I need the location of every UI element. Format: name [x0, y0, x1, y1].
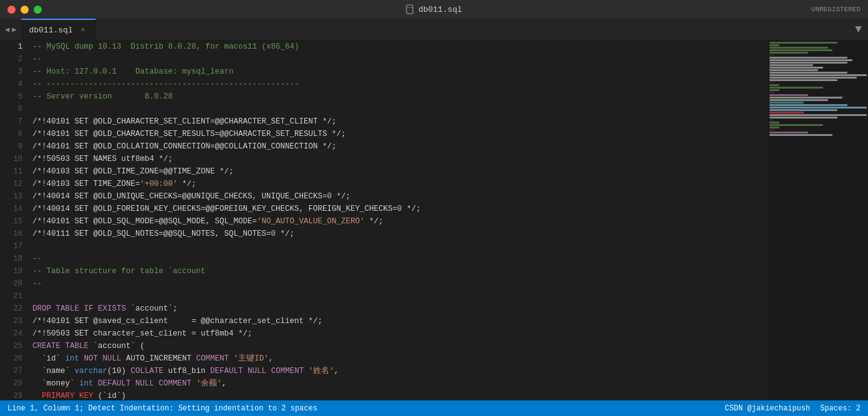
code-line-1: -- MySQL dump 10.13 Distrib 8.0.28, for …	[32, 41, 768, 53]
maximize-window-button[interactable]	[34, 6, 42, 14]
csdn-label: CSDN @jakiechaipush	[725, 404, 810, 413]
status-left: Line 1, Column 1; Detect Indentation: Se…	[7, 404, 317, 413]
code-line-19: -- Table structure for table `account`	[32, 265, 768, 278]
line-num-20: 20	[0, 278, 22, 290]
line-num-27: 27	[0, 365, 22, 377]
code-line-24: /*!50503 SET character_set_client = utf8…	[32, 327, 768, 340]
prev-arrow[interactable]: ◀	[5, 25, 9, 34]
window-controls	[7, 6, 42, 14]
minimap-toggle: ▼	[849, 19, 868, 40]
file-tab[interactable]: db011.sql ×	[21, 19, 95, 40]
nav-arrows: ◀ ▶	[0, 19, 21, 40]
line-num-22: 22	[0, 302, 22, 315]
code-line-23: /*!40101 SET @saved_cs_client = @@charac…	[32, 315, 768, 327]
code-line-22: DROP TABLE IF EXISTS `account`;	[32, 302, 768, 315]
code-line-7: /*!40101 SET @OLD_CHARACTER_SET_CLIENT=@…	[32, 115, 768, 128]
line-num-5: 5	[0, 90, 22, 103]
code-line-12: /*!40103 SET TIME_ZONE='+00:00' */;	[32, 178, 768, 190]
line-num-16: 16	[0, 228, 22, 240]
code-line-8: /*!40101 SET @OLD_CHARACTER_SET_RESULTS=…	[32, 128, 768, 140]
line-num-23: 23	[0, 315, 22, 327]
editor-container: 1 2 3 4 5 6 7 8 9 10 11 12 13 14 15 16 1…	[0, 41, 868, 400]
status-bar: Line 1, Column 1; Detect Indentation: Se…	[0, 400, 868, 416]
code-line-25: CREATE TABLE `account` (	[32, 340, 768, 352]
code-line-17	[32, 240, 768, 253]
line-num-8: 8	[0, 128, 22, 140]
tab-bar: ◀ ▶ db011.sql × ▼	[0, 19, 868, 41]
tab-close-button[interactable]: ×	[78, 25, 88, 35]
minimize-window-button[interactable]	[21, 6, 29, 14]
file-icon	[406, 4, 415, 14]
code-line-4: -- -------------------------------------…	[32, 78, 768, 90]
code-editor[interactable]: -- MySQL dump 10.13 Distrib 8.0.28, for …	[27, 41, 768, 400]
line-num-9: 9	[0, 140, 22, 153]
line-num-13: 13	[0, 190, 22, 203]
line-num-7: 7	[0, 115, 22, 128]
svg-rect-0	[407, 5, 413, 14]
line-num-28: 28	[0, 377, 22, 390]
line-num-10: 10	[0, 153, 22, 165]
line-numbers: 1 2 3 4 5 6 7 8 9 10 11 12 13 14 15 16 1…	[0, 41, 27, 400]
code-line-27: `name` varchar(10) COLLATE utf8_bin DEFA…	[32, 365, 768, 377]
line-num-18: 18	[0, 253, 22, 265]
next-arrow[interactable]: ▶	[12, 25, 16, 34]
line-num-11: 11	[0, 165, 22, 178]
line-num-24: 24	[0, 327, 22, 340]
code-line-21	[32, 290, 768, 302]
code-line-18: --	[32, 253, 768, 265]
code-line-14: /*!40014 SET @OLD_FOREIGN_KEY_CHECKS=@@F…	[32, 203, 768, 215]
line-num-26: 26	[0, 352, 22, 365]
code-line-26: `id` int NOT NULL AUTO_INCREMENT COMMENT…	[32, 352, 768, 365]
minimap	[768, 41, 868, 400]
minimap-content	[768, 41, 868, 400]
code-line-20: --	[32, 278, 768, 290]
close-window-button[interactable]	[7, 6, 16, 14]
code-line-10: /*!50503 SET NAMES utf8mb4 */;	[32, 153, 768, 165]
line-num-15: 15	[0, 215, 22, 228]
line-num-14: 14	[0, 203, 22, 215]
spaces-label: Spaces: 2	[820, 404, 861, 413]
code-line-2: --	[32, 53, 768, 65]
tab-label: db011.sql	[29, 26, 72, 35]
code-line-28: `money` int DEFAULT NULL COMMENT '余额',	[32, 377, 768, 390]
title-bar: db011.sql UNREGISTERED	[0, 0, 868, 19]
line-num-29: 29	[0, 390, 22, 400]
code-line-13: /*!40014 SET @OLD_UNIQUE_CHECKS=@@UNIQUE…	[32, 190, 768, 203]
code-line-3: -- Host: 127.0.0.1 Database: mysql_learn	[32, 65, 768, 78]
line-num-3: 3	[0, 65, 22, 78]
line-num-17: 17	[0, 240, 22, 253]
code-line-9: /*!40101 SET @OLD_COLLATION_CONNECTION=@…	[32, 140, 768, 153]
line-num-6: 6	[0, 103, 22, 115]
window-title: db011.sql	[406, 4, 462, 14]
line-num-25: 25	[0, 340, 22, 352]
line-num-4: 4	[0, 78, 22, 90]
line-num-19: 19	[0, 265, 22, 278]
line-num-2: 2	[0, 53, 22, 65]
unregistered-label: UNREGISTERED	[811, 6, 861, 13]
line-num-1: 1	[0, 41, 22, 53]
code-line-5: -- Server version 8.0.28	[32, 90, 768, 103]
code-line-29: PRIMARY KEY (`id`)	[32, 390, 768, 400]
line-num-21: 21	[0, 290, 22, 302]
code-line-11: /*!40103 SET @OLD_TIME_ZONE=@@TIME_ZONE …	[32, 165, 768, 178]
code-line-16: /*!40111 SET @OLD_SQL_NOTES=@@SQL_NOTES,…	[32, 228, 768, 240]
line-num-12: 12	[0, 178, 22, 190]
status-right: CSDN @jakiechaipush Spaces: 2	[725, 404, 861, 413]
code-line-15: /*!40101 SET @OLD_SQL_MODE=@@SQL_MODE, S…	[32, 215, 768, 228]
code-line-6	[32, 103, 768, 115]
